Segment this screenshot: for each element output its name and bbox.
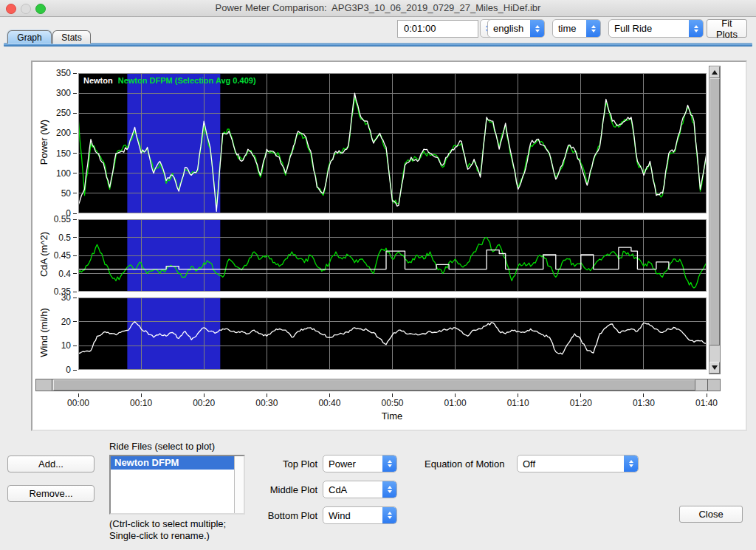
window-title: Power Meter Comparison: APG3P3_10_06_201… (0, 2, 756, 13)
horizontal-scroll-right-box[interactable] (707, 379, 720, 391)
tab-stats[interactable]: Stats (52, 30, 91, 44)
bottom-plot-select-value: Wind (323, 510, 382, 521)
y-tick-label: 0.55 (32, 214, 77, 224)
add-button[interactable]: Add... (7, 456, 94, 472)
tab-graph[interactable]: Graph (7, 30, 52, 44)
x-tick-label: 00:30 (244, 393, 289, 408)
chevron-updown-icon (530, 20, 544, 37)
y-tick-label: 20 (32, 317, 77, 327)
top-plot-select[interactable]: Power (323, 455, 397, 472)
y-tick-label: 350 (32, 68, 77, 78)
chevron-updown-icon (689, 20, 703, 37)
hint-line-2: Single-click to rename.) (109, 530, 210, 541)
power-plot[interactable] (78, 73, 707, 213)
middle-plot-label: Middle Plot (241, 484, 317, 495)
equation-of-motion-select[interactable]: Off (517, 455, 639, 472)
tab-strip-divider (4, 43, 752, 47)
horizontal-scroll-thumb[interactable] (53, 379, 695, 391)
x-tick-label: 01:40 (684, 393, 729, 408)
plot-legend: NewtonNewton DFPM (Selection Avg 0.409) (83, 76, 256, 85)
middle-plot-select[interactable]: CdA (323, 481, 397, 498)
scroll-down-button[interactable] (709, 362, 720, 374)
x-tick-label: 01:00 (433, 393, 478, 408)
y-tick-label: 30 (32, 292, 77, 303)
xaxis-select[interactable]: time (552, 19, 601, 38)
y-tick-label: 0 (32, 365, 77, 375)
range-select[interactable]: Full Ride (608, 19, 704, 38)
range-select-value: Full Ride (609, 23, 689, 34)
list-item[interactable]: Newton DFPM (111, 456, 235, 470)
chevron-updown-icon (586, 20, 600, 37)
y-tick-label: 100 (32, 168, 77, 179)
y-tick-label: 150 (32, 148, 77, 159)
equation-of-motion-label: Equation of Motion (425, 458, 504, 470)
top-plot-label: Top Plot (241, 458, 317, 470)
interval-input[interactable]: 0:01:00 (397, 20, 478, 38)
y-tick-label: 250 (32, 108, 77, 118)
top-plot-select-value: Power (323, 458, 382, 470)
y-tick-label: 0.5 (32, 233, 77, 243)
y-tick-label: 200 (32, 128, 77, 138)
x-tick-label: 00:50 (371, 393, 415, 408)
app-window: Power Meter Comparison: APG3P3_10_06_201… (0, 0, 756, 550)
ride-files-label: Ride Files (select to plot) (109, 441, 215, 452)
x-tick-label: 00:00 (56, 393, 100, 408)
units-select[interactable]: english (487, 19, 545, 38)
y-tick-label: 50 (32, 188, 77, 199)
chevron-updown-icon (382, 507, 396, 523)
wind-plot[interactable] (78, 298, 707, 370)
remove-button[interactable]: Remove... (7, 485, 94, 502)
y-tick-label: 10 (32, 340, 77, 351)
bottom-plot-label: Bottom Plot (241, 510, 317, 521)
xaxis-select-value: time (553, 23, 586, 34)
middle-plot-select-value: CdA (323, 484, 382, 495)
plot-panel: NewtonNewton DFPM (Selection Avg 0.409) … (31, 61, 747, 431)
x-tick-label: 00:20 (182, 393, 226, 408)
plot-vertical-scrollbar[interactable] (709, 66, 721, 374)
titlebar: Power Meter Comparison: APG3P3_10_06_201… (0, 0, 756, 17)
chevron-updown-icon (624, 456, 638, 472)
x-tick-label: 00:40 (307, 393, 351, 408)
plot-horizontal-scrollbar[interactable] (35, 379, 721, 391)
y-tick-label: 300 (32, 88, 77, 98)
y-tick-label: 0.4 (32, 269, 77, 279)
horizontal-scroll-left-box[interactable] (36, 379, 52, 391)
equation-of-motion-select-value: Off (518, 458, 624, 470)
close-button[interactable]: Close (679, 506, 743, 523)
x-tick-label: 01:10 (496, 393, 540, 408)
legend-newton-dfpm: Newton DFPM (Selection Avg 0.409) (118, 76, 256, 85)
cda-plot[interactable] (78, 219, 707, 292)
ride-files-list[interactable]: Newton DFPM (109, 455, 245, 515)
legend-newton: Newton (83, 76, 113, 85)
x-tick-label: 01:30 (622, 393, 666, 408)
x-axis-title: Time (370, 410, 414, 422)
scroll-up-button[interactable] (709, 66, 720, 78)
vertical-scroll-thumb[interactable] (709, 78, 720, 346)
x-tick-label: 01:20 (559, 393, 603, 408)
y-tick-label: 0.45 (32, 250, 77, 261)
hint-line-1: (Ctrl-click to select multiple; (109, 518, 226, 529)
chevron-updown-icon (382, 456, 396, 472)
bottom-plot-select[interactable]: Wind (323, 506, 397, 524)
x-tick-label: 00:10 (119, 393, 163, 408)
chevron-updown-icon (382, 481, 396, 498)
units-select-value: english (488, 23, 530, 34)
fit-plots-button[interactable]: Fit Plots (707, 19, 747, 38)
